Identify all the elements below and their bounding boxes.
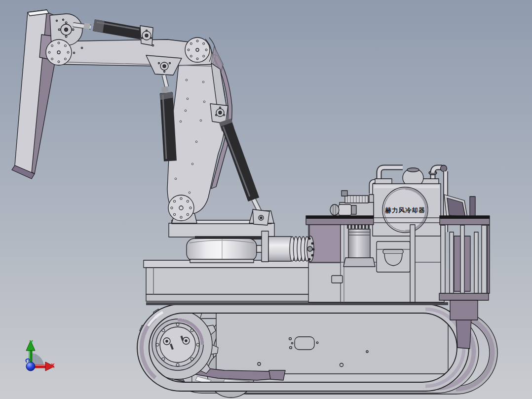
hub-port-center	[185, 340, 187, 342]
cooler-decal-label: 赫力风冷却器	[385, 207, 425, 214]
x-axis-label: X	[51, 362, 55, 369]
frame-slot	[295, 337, 314, 350]
access-hatch[interactable]	[377, 241, 410, 272]
hub-port-center	[166, 340, 168, 342]
cage-post	[441, 225, 445, 293]
cage-bottom-rail	[439, 293, 489, 300]
hydraulic-pump[interactable]	[343, 229, 375, 267]
elbow-flange	[185, 38, 210, 62]
valve-fitting	[342, 191, 347, 196]
latch[interactable]	[332, 276, 342, 283]
cage-skirt	[450, 300, 478, 320]
cage-post	[460, 225, 464, 293]
cage-edge	[488, 225, 490, 293]
boom-base-flange	[168, 195, 194, 221]
rail-edge	[306, 216, 374, 219]
origin-sphere	[26, 362, 35, 371]
drum-lip	[190, 259, 254, 263]
turntable-platform	[169, 223, 274, 237]
right-body-shade-panel	[309, 223, 341, 263]
solenoid	[339, 204, 351, 215]
left-body-box	[146, 268, 309, 294]
y-axis-label: Y	[29, 339, 33, 346]
cad-viewport: Y X 赫力风冷却器	[0, 0, 532, 399]
hatch-handle[interactable]	[383, 249, 403, 254]
body-track-gap	[146, 302, 448, 305]
cage-post	[482, 225, 487, 293]
solenoid-collar	[351, 205, 356, 214]
cage-post	[410, 225, 415, 302]
rail-edge	[440, 216, 490, 219]
cage-post	[450, 232, 454, 293]
valve-knob[interactable]	[330, 204, 339, 215]
track-assembly[interactable]	[137, 297, 497, 398]
left-body-sill	[146, 294, 309, 301]
wrist-flange	[46, 40, 72, 65]
model-canvas[interactable]: Y X 赫力风冷却器	[0, 0, 532, 399]
motor-shaft	[307, 246, 312, 251]
frame-bracket	[269, 370, 285, 380]
filter-cap	[407, 168, 419, 172]
cage-post	[474, 232, 478, 293]
